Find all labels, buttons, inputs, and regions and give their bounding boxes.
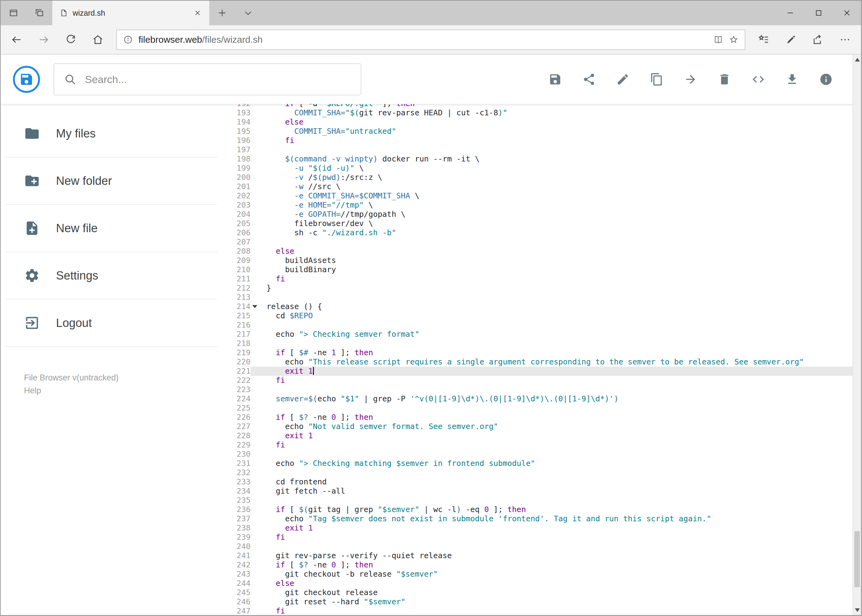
download-icon[interactable] [785,72,799,86]
close-window-button[interactable] [833,1,861,25]
code-icon[interactable] [752,72,765,86]
refresh-button[interactable] [57,26,84,53]
code-line-245[interactable]: 245 git checkout release [222,588,853,597]
code-line-192[interactable]: 192 if [ -d "$REPO/.git" ]; then [222,104,853,108]
page-scrollbar[interactable] [853,55,861,615]
code-line-223[interactable]: 223 [222,385,853,394]
reading-view-icon[interactable] [713,35,723,45]
code-line-235[interactable]: 235 [222,496,853,505]
code-line-231[interactable]: 231 echo "> Checking matching $semver in… [222,459,853,468]
move-icon[interactable] [684,72,697,86]
sidebar-item-new-folder[interactable]: New folder [6,157,217,205]
code-line-225[interactable]: 225 [222,404,853,413]
add-favorite-star-icon[interactable] [729,35,739,45]
tab-wizard-sh[interactable]: wizard.sh [52,1,209,25]
delete-icon[interactable] [718,72,731,86]
code-line-210[interactable]: 210 buildBinary [222,265,853,274]
code-line-224[interactable]: 224 semver=$(echo "$1" | grep -P '^v(0|[… [222,394,853,404]
code-line-220[interactable]: 220 echo "This release script requires a… [222,357,853,366]
code-line-199[interactable]: 199 -u "$(id -u)" \ [222,163,853,173]
sidebar-item-new-file[interactable]: New file [6,205,217,252]
code-line-209[interactable]: 209 buildAssets [222,256,853,265]
scrollbar-thumb[interactable] [854,531,860,587]
sidebar-item-logout[interactable]: Logout [6,300,217,347]
code-line-219[interactable]: 219 if [ $# -ne 1 ]; then [222,348,853,357]
maximize-button[interactable] [804,1,833,25]
code-line-221[interactable]: 221 exit 1 [222,366,853,376]
code-line-212[interactable]: 212} [222,284,853,293]
code-line-227[interactable]: 227 echo "Not valid semver format. See s… [222,422,853,431]
code-line-246[interactable]: 246 git reset --hard "$semver" [222,597,853,607]
code-line-241[interactable]: 241 git rev-parse --verify --quiet relea… [222,551,853,560]
code-line-203[interactable]: 203 -e HOME="//tmp" \ [222,201,853,210]
code-line-232[interactable]: 232 [222,468,853,477]
share-icon[interactable] [804,26,832,53]
code-line-239[interactable]: 239 fi [222,533,853,542]
favorites-hub-icon[interactable] [750,26,777,53]
code-line-214[interactable]: 214release () { [222,302,853,311]
code-line-202[interactable]: 202 -e COMMIT_SHA=$COMMIT_SHA \ [222,191,853,201]
sidebar-item-settings[interactable]: Settings [6,252,217,300]
scroll-up-arrow-icon[interactable] [855,58,860,61]
code-line-196[interactable]: 196 fi [222,136,853,145]
tabs-preview-icon[interactable] [27,1,52,25]
code-line-234[interactable]: 234 git fetch --all [222,487,853,496]
code-line-247[interactable]: 247 fi [222,607,853,615]
save-icon[interactable] [548,72,562,86]
address-bar[interactable]: filebrowser.web/files/wizard.sh [116,30,745,50]
code-line-204[interactable]: 204 -e GOPATH=//tmp/gopath \ [222,210,853,219]
code-line-206[interactable]: 206 sh -c "./wizard.sh -b" [222,228,853,237]
code-line-237[interactable]: 237 echo "Tag $semver does not exist in … [222,514,853,523]
home-button[interactable] [84,26,112,53]
tab-close-icon[interactable] [189,5,206,21]
code-line-213[interactable]: 213 [222,293,853,302]
code-line-208[interactable]: 208 else [222,247,853,256]
search-box[interactable] [54,63,361,95]
code-line-216[interactable]: 216 [222,321,853,330]
code-line-205[interactable]: 205 filebrowser/dev \ [222,219,853,228]
help-link[interactable]: Help [24,384,222,398]
code-line-211[interactable]: 211 fi [222,274,853,284]
code-line-242[interactable]: 242 if [ $? -ne 0 ]; then [222,560,853,570]
code-line-244[interactable]: 244 else [222,579,853,588]
info-icon[interactable] [819,72,833,86]
copy-icon[interactable] [650,72,663,86]
code-line-207[interactable]: 207 [222,237,853,247]
site-info-icon[interactable] [123,35,133,45]
code-editor[interactable]: 192 if [ -d "$REPO/.git" ]; then193 COMM… [222,104,861,615]
code-line-226[interactable]: 226 if [ $? -ne 0 ]; then [222,413,853,422]
code-line-198[interactable]: 198 $(command -v winpty) docker run --rm… [222,154,853,163]
edit-icon[interactable] [616,72,630,86]
forward-button[interactable] [30,26,57,53]
code-line-233[interactable]: 233 cd frontend [222,477,853,487]
code-line-243[interactable]: 243 git checkout -b release "$semver" [222,570,853,579]
fold-arrow-icon[interactable] [252,305,257,308]
code-line-195[interactable]: 195 COMMIT_SHA="untracked" [222,127,853,136]
code-line-240[interactable]: 240 [222,542,853,551]
sidebar-item-my-files[interactable]: My files [6,110,217,157]
code-line-201[interactable]: 201 -w //src \ [222,182,853,191]
annotate-pen-icon[interactable] [777,26,804,53]
code-line-222[interactable]: 222 fi [222,376,853,385]
code-line-200[interactable]: 200 -v /$(pwd):/src:z \ [222,173,853,182]
code-line-230[interactable]: 230 [222,449,853,459]
new-tab-button[interactable] [209,1,235,25]
code-line-229[interactable]: 229 fi [222,440,853,449]
code-line-218[interactable]: 218 [222,339,853,348]
code-line-193[interactable]: 193 COMMIT_SHA="$(git rev-parse HEAD | c… [222,108,853,118]
code-line-215[interactable]: 215 cd $REPO [222,311,853,321]
code-line-238[interactable]: 238 exit 1 [222,523,853,533]
code-line-217[interactable]: 217 echo "> Checking semver format" [222,330,853,339]
set-tabs-aside-icon[interactable] [1,1,27,25]
code-line-197[interactable]: 197 [222,145,853,154]
scroll-down-arrow-icon[interactable] [855,608,860,612]
back-button[interactable] [3,26,30,53]
code-line-236[interactable]: 236 if [ $(git tag | grep "$semver" | wc… [222,505,853,514]
share-icon[interactable] [582,72,596,86]
code-line-228[interactable]: 228 exit 1 [222,431,853,440]
tab-list-chevron-icon[interactable] [235,1,261,25]
minimize-button[interactable] [776,1,804,25]
more-menu-icon[interactable] [832,26,859,53]
search-input[interactable] [85,74,351,85]
filebrowser-logo-icon[interactable] [13,66,40,93]
